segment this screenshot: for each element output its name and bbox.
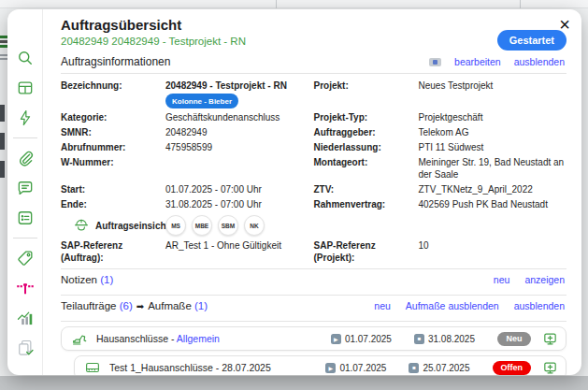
sidebar-divider — [13, 238, 37, 238]
field-row: W-Nummer: Montageort: Meininger Str. 19,… — [61, 156, 566, 181]
notiz-anzeigen-link[interactable]: anzeigen — [524, 274, 565, 285]
aufmass-row[interactable]: Test 1_Hausanschlüsse - 28.07.2025 ▶ 01.… — [74, 355, 566, 375]
field-value: Meininger Str. 19, Bad Neustadt an der S… — [419, 156, 567, 181]
field-label: Ende: — [61, 198, 165, 210]
end-date-value: 31.08.2025 — [428, 334, 475, 344]
documents-icon[interactable] — [16, 339, 35, 357]
teilauftraege-ausblenden-link[interactable]: ausblenden — [514, 300, 565, 311]
teilauftraege-title: Teilaufträge — [61, 300, 116, 311]
flash-icon[interactable] — [16, 108, 35, 127]
field-value: Telekom AG — [419, 126, 567, 138]
field-value — [165, 156, 314, 181]
teilauftrag-list: Hausanschlüsse - Allgemein ▶ 01.07.2025 … — [61, 326, 566, 375]
end-date: ■ 31.08.2025 — [414, 334, 475, 344]
chip-ms[interactable]: MS — [165, 215, 186, 236]
notizen-title: Notizen — [61, 274, 97, 285]
background-tab-bar — [0, 0, 588, 8]
field-label: W-Nummer: — [61, 156, 165, 181]
background-row-edge — [0, 105, 5, 122]
end-date: ■ 25.07.2025 — [409, 363, 469, 373]
field-value: ZTV_TKNetz_9_April_2022 — [419, 183, 567, 195]
field-row: Kategorie: Geschäftskundenanschluss Proj… — [61, 111, 566, 123]
chip-nk[interactable]: NK — [244, 215, 265, 236]
field-value: 475958599 — [165, 141, 314, 153]
tab-separator — [520, 0, 521, 8]
bezeichnung-value: 20482949 - Testprojekt - RN — [165, 79, 287, 92]
excavator-icon — [71, 330, 88, 347]
checklist-icon[interactable] — [16, 209, 35, 227]
start-date: ▶ 01.07.2025 — [325, 363, 386, 373]
teilauftraege-header: Teilaufträge (6) ➡ Aufmaße (1) neu Aufma… — [61, 296, 566, 316]
field-value: 31.08.2025 - 07:00 Uhr — [165, 198, 314, 210]
allgemein-link[interactable]: Allgemein — [177, 333, 220, 344]
aufmasse-ausblenden-link[interactable]: Aufmaße ausblenden — [406, 300, 499, 311]
einsicht-chips: MS MBE SBM NK — [165, 215, 265, 236]
bar-chart-icon[interactable] — [16, 309, 35, 327]
field-value: 20482949 - Testprojekt - RN Kolonne - Bi… — [165, 79, 314, 108]
arrow-icon: ➡ — [136, 301, 144, 311]
paperclip-icon[interactable] — [16, 149, 35, 167]
field-value: Projektgeschäft — [419, 111, 567, 123]
field-value: Neues Testprojekt — [419, 79, 567, 108]
comment-icon[interactable] — [16, 179, 35, 197]
play-date-icon: ▶ — [331, 334, 341, 344]
auftrag-subtitle: 20482949 20482949 - Testprojekt - RN — [61, 36, 566, 47]
field-value: 402569 Push PK Bad Neustadt — [419, 198, 567, 210]
table-icon[interactable] — [16, 79, 35, 97]
play-date-icon: ▶ — [325, 363, 336, 373]
ausblenden-link[interactable]: ausblenden — [514, 56, 565, 67]
field-value: 01.07.2025 - 07:00 Uhr — [165, 183, 314, 195]
background-row-edge — [0, 161, 5, 178]
field-label: Niederlassung: — [314, 141, 419, 153]
field-label: Bezeichnung: — [61, 79, 165, 108]
search-icon[interactable] — [16, 49, 35, 67]
chip-mbe[interactable]: MBE — [192, 215, 212, 236]
field-row: SMNR: 20482949 Auftraggeber: Telekom AG — [61, 126, 566, 138]
aufmass-card-icon — [84, 359, 101, 375]
field-row: Abrufnummer: 475958599 Niederlassung: PT… — [61, 141, 566, 153]
teilauftraege-count: (6) — [120, 300, 133, 311]
teilauftrag-neu-link[interactable]: neu — [374, 300, 391, 311]
field-value: PTI 11 Südwest — [419, 141, 567, 153]
modal-sidebar — [7, 9, 43, 375]
start-date: ▶ 01.07.2025 — [331, 334, 392, 344]
aufmass-title: Test 1_Hausanschlüsse - 28.07.2025 — [109, 362, 271, 373]
field-value: 20482949 — [165, 126, 314, 138]
notiz-neu-link[interactable]: neu — [494, 274, 510, 285]
tag-icon[interactable] — [16, 249, 35, 267]
title-text: Hausanschlüsse - — [96, 333, 177, 344]
auftrag-fields: Bezeichnung: 20482949 - Testprojekt - RN… — [61, 79, 566, 264]
background-bottom — [0, 376, 588, 390]
view-toggle-icon[interactable] — [429, 58, 441, 66]
auftragsinformationen-header: Auftragsinformationen bearbeiten ausblen… — [61, 55, 566, 68]
field-row: Start: 01.07.2025 - 07:00 Uhr ZTV: ZTV_T… — [61, 183, 566, 195]
field-label: ZTV: — [314, 183, 419, 195]
status-badge: Offen — [493, 361, 532, 375]
section-divider — [61, 73, 566, 74]
notizen-count: (1) — [100, 274, 113, 285]
background-row-edge — [0, 133, 5, 150]
field-value: 10 — [419, 239, 567, 264]
monitor-plus-icon[interactable] — [542, 331, 558, 347]
field-value: AR_Test 1 - Ohne Gültigkeit — [165, 239, 314, 264]
helmet-icon — [73, 217, 90, 234]
tab-separator — [276, 0, 277, 8]
auftragseinsicht-row: Auftragseinsicht: MS MBE SBM NK — [61, 215, 566, 236]
title-text: Test 1_Hausanschlüsse - 28.07.2025 — [109, 362, 271, 373]
telekom-logo-icon[interactable] — [16, 279, 35, 297]
auftrag-overview-modal: × Gestartet — [7, 9, 581, 375]
field-label: Rahmenvertrag: — [314, 198, 419, 210]
field-label: Kategorie: — [61, 111, 165, 123]
field-label: Start: — [61, 183, 165, 195]
bearbeiten-link[interactable]: bearbeiten — [454, 56, 501, 67]
chip-sbm[interactable]: SBM — [218, 215, 238, 236]
einsicht-label: Auftragseinsicht: — [95, 220, 165, 232]
teilauftrag-title: Hausanschlüsse - Allgemein — [96, 333, 220, 344]
teilauftrag-row[interactable]: Hausanschlüsse - Allgemein ▶ 01.07.2025 … — [61, 326, 566, 351]
field-label: Auftraggeber: — [314, 126, 419, 138]
monitor-plus-icon[interactable] — [542, 360, 558, 376]
status-badge: Neu — [497, 332, 531, 346]
field-label: SMNR: — [61, 126, 165, 138]
start-date-value: 01.07.2025 — [345, 334, 392, 344]
field-label: Projekt-Typ: — [314, 111, 419, 123]
